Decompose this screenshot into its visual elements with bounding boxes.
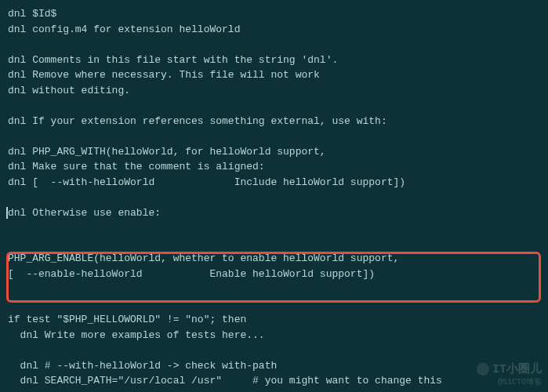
code-line: dnl $Id$: [8, 6, 540, 22]
code-line: [8, 129, 540, 144]
code-editor[interactable]: dnl $Id$dnl config.m4 for extension hell…: [0, 0, 548, 392]
code-line: dnl If your extension references somethi…: [8, 114, 540, 129]
code-line: [8, 98, 540, 114]
code-line: [8, 220, 540, 236]
watermark: IT小圈儿 @51CTO博客: [477, 361, 542, 387]
code-line: dnl Comments in this file start with the…: [8, 53, 540, 68]
code-line: dnl [ --with-helloWorld Include helloWor…: [8, 175, 540, 191]
code-line: dnl Remove where necessary. This file wi…: [8, 67, 540, 83]
code-line: PHP_ARG_ENABLE(helloWorld, whether to en…: [8, 251, 540, 267]
code-line: dnl Make sure that the comment is aligne…: [8, 159, 540, 175]
code-line: dnl SEARCH_FOR="/include/helloWorld.h" #…: [8, 389, 540, 393]
code-line: [8, 297, 540, 313]
code-line: dnl Otherwise use enable:: [8, 205, 540, 221]
code-line: [ --enable-helloWorld Enable helloWorld …: [8, 267, 540, 282]
code-line: dnl # --with-helloWorld -> check with-pa…: [8, 358, 540, 374]
code-line: dnl without editing.: [8, 83, 540, 99]
code-line: [8, 37, 540, 53]
code-line: dnl config.m4 for extension helloWorld: [8, 22, 540, 38]
code-line: dnl SEARCH_PATH="/usr/local /usr" # you …: [8, 373, 540, 389]
code-line: dnl PHP_ARG_WITH(helloWorld, for helloWo…: [8, 144, 540, 160]
code-line: [8, 281, 540, 297]
code-line: [8, 190, 540, 205]
wechat-icon: [477, 363, 489, 376]
code-line: dnl Write more examples of tests here...: [8, 328, 540, 343]
code-line: [8, 343, 540, 358]
code-line: [8, 236, 540, 252]
code-line: if test "$PHP_HELLOWORLD" != "no"; then: [8, 312, 540, 328]
watermark-sub: @51CTO博客: [477, 376, 542, 387]
watermark-main: IT小圈儿: [492, 361, 542, 376]
